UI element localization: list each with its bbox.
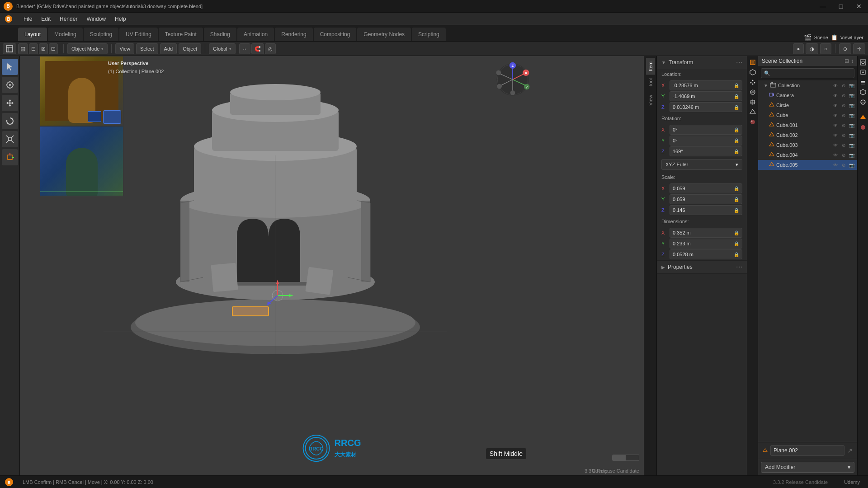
render-props-icon[interactable] <box>859 58 868 67</box>
object-props-icon[interactable] <box>748 58 757 67</box>
cube002-vis-btn[interactable]: 👁 <box>832 131 839 139</box>
move-tool-btn[interactable] <box>2 95 18 111</box>
menu-edit[interactable]: Edit <box>37 13 55 25</box>
object-menu-btn[interactable]: Object <box>179 43 201 54</box>
rotation-x-lock-icon[interactable]: 🔒 <box>734 127 739 132</box>
collection-vis-btn[interactable]: 👁 <box>832 82 839 89</box>
dimensions-x-input[interactable]: 0.352 m 🔒 <box>670 228 742 238</box>
scene-props-icon[interactable] <box>859 88 868 97</box>
cube-sel-btn[interactable]: ⊙ <box>840 112 847 119</box>
outliner-item-cube001[interactable]: Cube.001 👁 ⊙ 📷 <box>758 120 857 130</box>
dimensions-z-lock-icon[interactable]: 🔒 <box>734 252 739 257</box>
outliner-item-cube002[interactable]: Cube.002 👁 ⊙ 📷 <box>758 130 857 140</box>
dimensions-x-lock-icon[interactable]: 🔒 <box>734 230 739 235</box>
menu-render[interactable]: Render <box>55 13 82 25</box>
view-menu-btn[interactable]: View <box>115 43 134 54</box>
properties-options-icon[interactable]: ⋯ <box>736 263 742 271</box>
scale-y-lock-icon[interactable]: 🔒 <box>734 197 739 202</box>
gizmo-btn[interactable]: ✛ <box>853 43 865 54</box>
transform-tool-btn-left[interactable] <box>2 149 18 165</box>
cursor-tool-btn[interactable] <box>2 77 18 93</box>
cube001-render-btn[interactable]: 📷 <box>848 122 855 129</box>
object-data-icon[interactable] <box>748 108 757 117</box>
close-button[interactable]: ✕ <box>850 0 868 13</box>
scale-z-input[interactable]: 0.146 🔒 <box>670 205 742 215</box>
scale-z-lock-icon[interactable]: 🔒 <box>734 208 739 213</box>
outliner-item-collection[interactable]: ▼ Collection 👁 ⊙ 📷 <box>758 80 857 90</box>
cube-render-btn[interactable]: 📷 <box>848 112 855 119</box>
cube003-vis-btn[interactable]: 👁 <box>832 141 839 149</box>
scale-y-input[interactable]: 0.059 🔒 <box>670 194 742 204</box>
layout-extra-btn[interactable]: ⊡ <box>49 43 58 54</box>
cube002-render-btn[interactable]: 📷 <box>848 131 855 139</box>
location-x-input[interactable]: -0.28576 m 🔒 <box>670 80 742 90</box>
cube-vis-btn[interactable]: 👁 <box>832 112 839 119</box>
tab-sculpting[interactable]: Sculpting <box>84 28 118 41</box>
cube003-render-btn[interactable]: 📷 <box>848 141 855 149</box>
viewport-shading-render[interactable]: ○ <box>820 43 831 54</box>
scale-tool-btn[interactable] <box>2 131 18 147</box>
tab-animation[interactable]: Animation <box>237 28 274 41</box>
tab-modeling[interactable]: Modeling <box>48 28 83 41</box>
proportional-btn[interactable]: ◎ <box>265 43 276 54</box>
cube004-vis-btn[interactable]: 👁 <box>832 151 839 159</box>
camera-vis-btn[interactable]: 👁 <box>832 92 839 99</box>
collection-hide-btn[interactable]: ⊙ <box>840 82 847 89</box>
tab-uv-editing[interactable]: UV Editing <box>119 28 158 41</box>
maximize-button[interactable]: □ <box>832 0 850 13</box>
object-name-input[interactable] <box>770 445 844 456</box>
cube005-sel-btn[interactable]: ⊙ <box>840 161 847 169</box>
location-x-lock-icon[interactable]: 🔒 <box>734 83 739 88</box>
minimize-button[interactable]: — <box>814 0 832 13</box>
object-mode-dropdown[interactable]: Object Mode <box>67 43 108 54</box>
menu-help[interactable]: Help <box>110 13 131 25</box>
cube005-render-btn[interactable]: 📷 <box>848 161 855 169</box>
outliner-item-camera[interactable]: Camera 👁 ⊙ 📷 <box>758 90 857 100</box>
cube002-sel-btn[interactable]: ⊙ <box>840 131 847 139</box>
rotation-z-input[interactable]: 169° 🔒 <box>670 146 742 156</box>
cube003-sel-btn[interactable]: ⊙ <box>840 141 847 149</box>
location-y-input[interactable]: -1.4069 m 🔒 <box>670 91 742 101</box>
scale-x-input[interactable]: 0.059 🔒 <box>670 183 742 193</box>
location-z-lock-icon[interactable]: 🔒 <box>734 105 739 110</box>
layout-single-btn[interactable]: ⊞ <box>18 43 28 54</box>
tab-geometry-nodes[interactable]: Geometry Nodes <box>357 28 411 41</box>
cube004-render-btn[interactable]: 📷 <box>848 151 855 159</box>
vtab-item[interactable]: Item <box>646 58 655 75</box>
outliner-item-cube004[interactable]: Cube.004 👁 ⊙ 📷 <box>758 150 857 160</box>
output-props-icon[interactable] <box>859 68 868 77</box>
viewport-shading-mat[interactable]: ◑ <box>806 43 818 54</box>
location-y-lock-icon[interactable]: 🔒 <box>734 94 739 99</box>
outliner-search-input[interactable] <box>761 68 854 78</box>
select-menu-btn[interactable]: Select <box>136 43 158 54</box>
viewport-shading-solid[interactable]: ● <box>793 43 804 54</box>
location-z-input[interactable]: 0.010246 m 🔒 <box>670 102 742 112</box>
outliner-item-cube003[interactable]: Cube.003 👁 ⊙ 📷 <box>758 140 857 150</box>
outliner-item-circle[interactable]: Circle 👁 ⊙ 📷 <box>758 100 857 110</box>
outliner-item-cube[interactable]: Cube 👁 ⊙ 📷 <box>758 110 857 120</box>
menu-window[interactable]: Window <box>82 13 110 25</box>
outliner-item-cube005[interactable]: Cube.005 👁 ⊙ 📷 <box>758 160 857 170</box>
tab-compositing[interactable]: Compositing <box>314 28 357 41</box>
cube001-vis-btn[interactable]: 👁 <box>832 122 839 129</box>
transform-section-header[interactable]: ▼ Transform ⋯ <box>657 56 747 69</box>
camera-render-btn[interactable]: 📷 <box>848 92 855 99</box>
rotation-x-input[interactable]: 0° 🔒 <box>670 125 742 135</box>
navigation-gizmo[interactable]: Z X Y <box>495 61 531 99</box>
layout-split-h-btn[interactable]: ⊟ <box>29 43 38 54</box>
particles-icon[interactable] <box>748 78 757 87</box>
constraints-icon[interactable] <box>748 98 757 107</box>
dimensions-y-input[interactable]: 0.233 m 🔒 <box>670 239 742 249</box>
properties-section-header[interactable]: ▶ Properties ⋯ <box>657 261 747 273</box>
rotate-tool-btn[interactable] <box>2 113 18 129</box>
outliner-filter-icon[interactable]: ⊟ <box>844 58 849 64</box>
transform-space-dropdown[interactable]: Global <box>209 43 236 54</box>
tab-shading[interactable]: Shading <box>204 28 236 41</box>
view-layer-icon[interactable] <box>859 78 868 87</box>
euler-selector[interactable]: XYZ Euler ▾ <box>661 159 742 170</box>
snap-btn[interactable]: 🧲 <box>251 43 264 54</box>
modifier-props-icon[interactable] <box>748 68 757 77</box>
viewport-3d[interactable]: User Perspective (1) Collection | Plane.… <box>20 56 644 475</box>
rotation-y-lock-icon[interactable]: 🔒 <box>734 138 739 143</box>
add-modifier-btn[interactable]: Add Modifier ▾ <box>761 462 854 473</box>
